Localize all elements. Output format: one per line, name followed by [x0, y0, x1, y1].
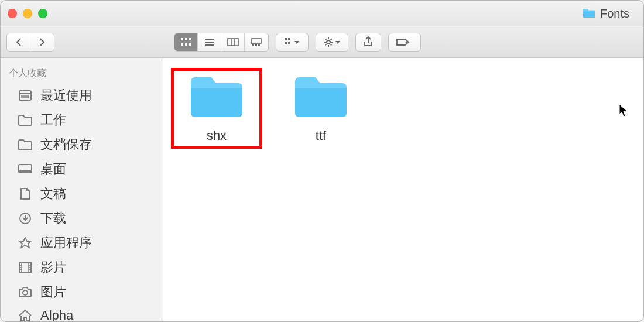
folder-icon	[187, 73, 246, 120]
mouse-cursor-icon	[619, 104, 629, 118]
minimize-window-button[interactable]	[23, 9, 32, 18]
svg-rect-12	[252, 39, 261, 43]
close-window-button[interactable]	[8, 9, 17, 18]
svg-rect-2	[189, 38, 191, 40]
sidebar-item-pictures[interactable]: 图片	[1, 280, 163, 304]
arrange-menu-button[interactable]	[276, 33, 309, 52]
traffic-lights	[8, 9, 47, 18]
svg-rect-0	[181, 38, 183, 40]
svg-rect-9	[228, 39, 238, 46]
sidebar-item-recents[interactable]: 最近使用	[1, 83, 163, 108]
icon-view-button[interactable]	[174, 33, 198, 51]
titlebar: Fonts	[1, 1, 643, 26]
window-body: 个人收藏 最近使用 工作 文档保存	[1, 58, 643, 321]
svg-rect-4	[185, 43, 187, 46]
tags-button[interactable]	[388, 33, 421, 52]
toolbar	[1, 26, 643, 58]
recents-icon	[17, 88, 33, 102]
sidebar-item-desktop[interactable]: 桌面	[1, 157, 163, 181]
sidebar-item-label: 桌面	[40, 160, 66, 178]
svg-rect-16	[285, 38, 287, 40]
svg-line-27	[330, 39, 331, 40]
svg-rect-15	[258, 44, 260, 46]
window-title: Fonts	[600, 6, 629, 20]
sidebar-item-label: Alpha	[40, 308, 73, 321]
svg-rect-19	[288, 42, 290, 44]
sidebar-item-label: 最近使用	[40, 87, 92, 104]
svg-point-20	[327, 40, 330, 44]
back-button[interactable]	[7, 33, 30, 51]
file-name: shx	[207, 128, 227, 143]
documents-icon	[17, 187, 33, 201]
sidebar-item-movies[interactable]: 影片	[1, 255, 163, 280]
sidebar-item-home[interactable]: Alpha	[1, 304, 163, 321]
desktop-icon	[17, 162, 33, 176]
sidebar-item-label: 影片	[40, 259, 66, 276]
column-view-button[interactable]	[221, 33, 245, 51]
svg-point-46	[23, 290, 28, 295]
sidebar-item-label: 工作	[40, 111, 66, 129]
svg-rect-18	[285, 42, 287, 44]
svg-point-29	[406, 41, 407, 43]
sidebar[interactable]: 个人收藏 最近使用 工作 文档保存	[1, 58, 163, 321]
sidebar-item-label: 图片	[40, 283, 66, 301]
folder-item-shx[interactable]: shx	[173, 70, 261, 147]
svg-rect-30	[19, 91, 31, 100]
sidebar-section-header: 个人收藏	[1, 64, 163, 83]
sidebar-item-applications[interactable]: 应用程序	[1, 231, 163, 255]
svg-rect-14	[255, 44, 257, 46]
forward-button[interactable]	[30, 33, 54, 51]
movies-icon	[17, 261, 33, 275]
content-area[interactable]: shx ttf	[163, 58, 643, 321]
folder-icon	[17, 138, 33, 152]
window-title-area: Fonts	[583, 6, 629, 20]
applications-icon	[17, 236, 33, 250]
sidebar-item-label: 文稿	[40, 185, 66, 203]
svg-line-26	[330, 44, 331, 45]
sidebar-item-work[interactable]: 工作	[1, 108, 163, 132]
sidebar-item-documents[interactable]: 文稿	[1, 181, 163, 206]
svg-rect-1	[185, 38, 187, 40]
svg-line-28	[326, 44, 327, 45]
home-icon	[17, 309, 33, 321]
svg-rect-17	[288, 38, 290, 40]
sidebar-item-downloads[interactable]: 下载	[1, 206, 163, 231]
gallery-view-button[interactable]	[245, 33, 268, 51]
share-button[interactable]	[355, 33, 381, 52]
folder-icon	[583, 8, 595, 19]
action-menu-button[interactable]	[316, 33, 348, 52]
sidebar-item-label: 应用程序	[40, 234, 92, 252]
svg-line-25	[326, 39, 327, 40]
folder-item-ttf[interactable]: ttf	[277, 70, 365, 147]
nav-back-forward	[6, 33, 54, 52]
pictures-icon	[17, 285, 33, 299]
sidebar-item-label: 下载	[40, 210, 66, 227]
view-mode-segmented	[174, 33, 269, 52]
folder-icon	[17, 113, 33, 127]
folder-icon	[292, 73, 350, 120]
sidebar-item-docsave[interactable]: 文档保存	[1, 132, 163, 157]
svg-rect-3	[181, 43, 183, 46]
finder-window: Fonts	[0, 0, 644, 322]
list-view-button[interactable]	[198, 33, 221, 51]
svg-rect-13	[252, 44, 254, 46]
downloads-icon	[17, 211, 33, 225]
file-name: ttf	[316, 128, 326, 143]
sidebar-item-label: 文档保存	[40, 136, 92, 153]
svg-rect-5	[189, 43, 191, 46]
zoom-window-button[interactable]	[38, 9, 47, 18]
